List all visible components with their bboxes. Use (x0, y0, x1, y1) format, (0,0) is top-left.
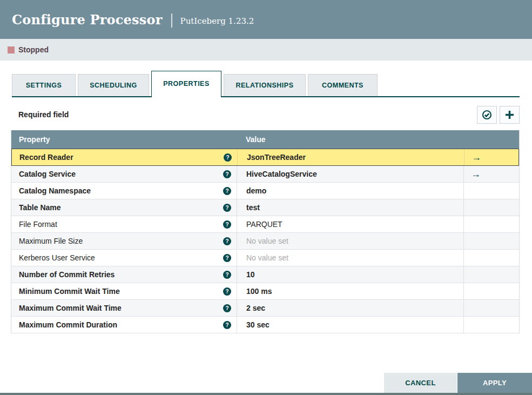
tab-settings[interactable]: SETTINGS (12, 74, 76, 96)
property-name: Catalog Namespace (19, 186, 91, 195)
properties-table: Property Value Record Reader? JsonTreeRe… (11, 130, 520, 333)
property-value: 30 sec (246, 320, 270, 329)
tab-scheduling[interactable]: SCHEDULING (78, 74, 149, 96)
dialog-header: Configure Processor PutIceberg 1.23.2 (0, 0, 532, 39)
add-property-button[interactable] (500, 106, 520, 124)
column-header-property: Property (11, 135, 237, 144)
table-row[interactable]: Number of Commit Retries? 10 (11, 266, 519, 283)
verify-properties-button[interactable] (477, 106, 497, 124)
tab-settings-label: SETTINGS (26, 82, 62, 89)
property-value: HiveCatalogService (246, 170, 317, 178)
property-value: demo (246, 186, 266, 195)
help-icon[interactable]: ? (223, 287, 231, 296)
property-name: File Format (19, 220, 57, 229)
table-row[interactable]: Minimum Commit Wait Time? 100 ms (11, 283, 519, 300)
property-name: Catalog Service (19, 170, 76, 178)
table-row[interactable]: Catalog Service? HiveCatalogService → (11, 166, 519, 183)
tab-relationships[interactable]: RELATIONSHIPS (224, 74, 306, 96)
property-value: PARQUET (246, 220, 282, 229)
property-value: test (246, 203, 260, 212)
cancel-button[interactable]: CANCEL (384, 373, 457, 393)
tab-comments-label: COMMENTS (322, 82, 363, 89)
property-name: Maximum File Size (19, 237, 83, 245)
property-value: 100 ms (246, 287, 272, 296)
dialog-footer: CANCEL APPLY (384, 373, 532, 393)
table-row[interactable]: Maximum Commit Duration? 30 sec (11, 317, 519, 333)
title-separator (171, 14, 172, 28)
help-icon[interactable]: ? (223, 304, 231, 312)
property-name: Maximum Commit Duration (19, 320, 117, 329)
toolbar-buttons (477, 106, 520, 124)
help-icon[interactable]: ? (223, 170, 231, 178)
table-row[interactable]: Catalog Namespace? demo (11, 183, 519, 199)
tab-relationships-label: RELATIONSHIPS (236, 82, 294, 89)
stopped-status-icon (8, 46, 15, 53)
property-value: 2 sec (246, 304, 265, 312)
table-row[interactable]: Maximum File Size? No value set (11, 233, 519, 250)
help-icon[interactable]: ? (223, 321, 231, 329)
tab-properties-label: PROPERTIES (163, 80, 210, 88)
apply-button[interactable]: APPLY (457, 373, 532, 393)
property-value: No value set (246, 253, 288, 262)
property-value: No value set (246, 237, 288, 245)
check-circle-icon (482, 110, 492, 120)
table-row[interactable]: Record Reader? JsonTreeReader → (11, 149, 519, 166)
help-icon[interactable]: ? (223, 254, 231, 262)
processor-type-version: PutIceberg 1.23.2 (180, 16, 254, 26)
table-row[interactable]: Maximum Commit Wait Time? 2 sec (11, 300, 519, 317)
property-name: Table Name (19, 203, 61, 212)
column-header-value: Value (237, 135, 463, 144)
table-row[interactable]: File Format? PARQUET (11, 216, 519, 233)
table-header-row: Property Value (11, 130, 519, 149)
status-label: Stopped (18, 45, 49, 54)
help-icon[interactable]: ? (223, 220, 231, 229)
tab-comments[interactable]: COMMENTS (308, 74, 378, 96)
property-name: Kerberos User Service (19, 253, 95, 262)
help-icon[interactable]: ? (223, 187, 231, 195)
property-name: Minimum Commit Wait Time (19, 287, 120, 296)
help-icon[interactable]: ? (223, 237, 231, 245)
help-icon[interactable]: ? (224, 153, 232, 162)
tab-bar: SETTINGS SCHEDULING PROPERTIES RELATIONS… (12, 71, 520, 97)
go-to-service-arrow-icon[interactable]: → (472, 152, 481, 162)
properties-toolbar: Required field (12, 105, 520, 124)
property-name: Record Reader (19, 153, 73, 162)
dialog-title: Configure Processor (12, 12, 163, 28)
help-icon[interactable]: ? (223, 204, 231, 212)
tab-properties[interactable]: PROPERTIES (151, 71, 221, 97)
background-canvas-edge (0, 393, 532, 395)
property-value: 10 (246, 270, 255, 279)
plus-icon (505, 110, 514, 119)
tab-scheduling-label: SCHEDULING (90, 82, 137, 89)
table-row[interactable]: Table Name? test (11, 199, 519, 216)
property-value: JsonTreeReader (247, 153, 306, 162)
go-to-service-arrow-icon[interactable]: → (471, 169, 481, 179)
property-name: Maximum Commit Wait Time (19, 304, 122, 312)
status-bar: Stopped (0, 39, 532, 61)
property-name: Number of Commit Retries (19, 270, 115, 279)
table-row[interactable]: Kerberos User Service? No value set (11, 250, 519, 266)
help-icon[interactable]: ? (223, 271, 231, 279)
required-field-legend: Required field (12, 110, 69, 119)
